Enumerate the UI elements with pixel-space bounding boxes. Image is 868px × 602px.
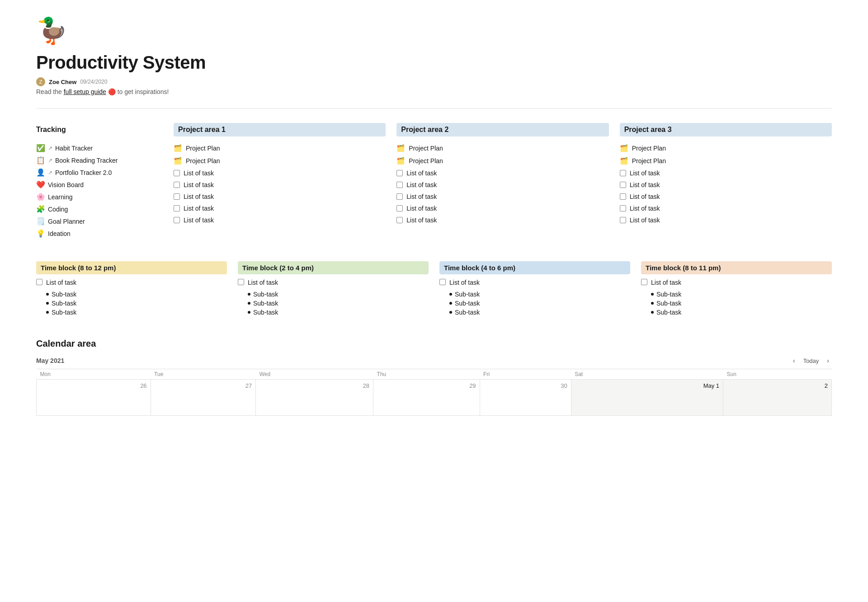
day-number: 30: [484, 382, 567, 389]
author-line: Z Zoe Chew 09/24/2020: [36, 77, 832, 86]
project-item[interactable]: List of task: [174, 167, 386, 179]
tracking-item[interactable]: 🌸 Learning: [36, 191, 163, 203]
calendar-day-cell[interactable]: 2: [723, 380, 832, 416]
task-checkbox[interactable]: [174, 193, 180, 200]
subtask-label: Sub-task: [656, 300, 681, 307]
project-item[interactable]: List of task: [396, 214, 609, 226]
project-item[interactable]: 🗂️ Project Plan: [174, 142, 386, 155]
subtask-item: Sub-task: [449, 299, 630, 308]
calendar-today-button[interactable]: Today: [800, 357, 823, 365]
task-checkbox[interactable]: [620, 205, 626, 212]
task-checkbox[interactable]: [620, 170, 626, 176]
timeblock-task-label: List of task: [46, 279, 76, 286]
project-plan-icon: 🗂️: [620, 144, 628, 152]
project-item[interactable]: List of task: [396, 191, 609, 202]
calendar-day-header: Sat: [571, 369, 723, 380]
task-checkbox[interactable]: [36, 279, 42, 285]
tracking-icon: 📋: [36, 156, 45, 165]
tracking-item[interactable]: 💡 Ideation: [36, 227, 163, 240]
task-checkbox[interactable]: [396, 170, 403, 176]
task-checkbox[interactable]: [620, 182, 626, 188]
task-label: List of task: [406, 205, 437, 212]
task-checkbox[interactable]: [396, 205, 403, 212]
project-item[interactable]: List of task: [396, 202, 609, 214]
task-checkbox[interactable]: [174, 182, 180, 188]
project-item[interactable]: List of task: [620, 167, 832, 179]
project-plan-label: Project Plan: [186, 157, 220, 165]
task-label: List of task: [406, 193, 437, 200]
calendar-next-button[interactable]: ›: [824, 356, 832, 365]
subtask-label: Sub-task: [52, 291, 76, 298]
tracking-label: Learning: [48, 193, 73, 201]
calendar-day-cell[interactable]: 29: [373, 380, 480, 416]
subtask-label: Sub-task: [455, 291, 480, 298]
project-item[interactable]: List of task: [620, 179, 832, 191]
task-checkbox[interactable]: [396, 217, 403, 223]
project-plan-icon: 🗂️: [174, 157, 182, 165]
subtask-item: Sub-task: [248, 290, 429, 299]
project-item[interactable]: List of task: [174, 214, 386, 226]
calendar-day-cell[interactable]: 27: [151, 380, 256, 416]
subtask-item: Sub-task: [248, 308, 429, 317]
tracking-heading: Tracking: [36, 123, 163, 136]
task-checkbox[interactable]: [620, 217, 626, 223]
timeblock-col-3: Time block (4 to 6 pm) List of task Sub-…: [439, 261, 630, 317]
calendar-day-cell[interactable]: 30: [480, 380, 571, 416]
tracking-item[interactable]: 📋 ↗ Book Reading Tracker: [36, 154, 163, 166]
bullet-icon: [248, 311, 250, 314]
project-item[interactable]: List of task: [396, 179, 609, 191]
task-checkbox[interactable]: [174, 205, 180, 212]
tracking-icon: 💡: [36, 229, 45, 238]
task-checkbox[interactable]: [396, 182, 403, 188]
timeblock-task-row[interactable]: List of task: [238, 279, 429, 286]
project-plan-icon: 🗂️: [396, 144, 405, 152]
project-list-1: 🗂️ Project Plan🗂️ Project Plan List of t…: [174, 142, 386, 226]
setup-guide-link[interactable]: full setup guide: [64, 88, 106, 95]
timeblock-task-row[interactable]: List of task: [36, 279, 227, 286]
timeblock-task-label: List of task: [651, 279, 681, 286]
project-item[interactable]: 🗂️ Project Plan: [620, 142, 832, 155]
avatar: Z: [36, 77, 45, 86]
tracking-item[interactable]: ✅ ↗ Habit Tracker: [36, 142, 163, 154]
project-item[interactable]: List of task: [396, 167, 609, 179]
project-plan-icon: 🗂️: [620, 157, 628, 165]
project-item[interactable]: List of task: [620, 202, 832, 214]
tracking-item[interactable]: ❤️ Vision Board: [36, 179, 163, 191]
project-item[interactable]: List of task: [174, 202, 386, 214]
project-item[interactable]: List of task: [620, 214, 832, 226]
task-checkbox[interactable]: [174, 217, 180, 223]
task-label: List of task: [630, 205, 660, 212]
tracking-item[interactable]: 🧩 Coding: [36, 203, 163, 215]
task-checkbox[interactable]: [396, 193, 403, 200]
project-col-2: Project area 2🗂️ Project Plan🗂️ Project …: [396, 123, 609, 240]
project-item[interactable]: List of task: [174, 191, 386, 202]
tracking-item[interactable]: 👤 ↗ Portfolio Tracker 2.0: [36, 166, 163, 179]
tracking-item[interactable]: 🗒️ Goal Planner: [36, 215, 163, 227]
tracking-label: Book Reading Tracker: [55, 157, 118, 164]
tracking-icon: 🧩: [36, 205, 45, 213]
task-checkbox[interactable]: [641, 279, 647, 285]
timeblock-task-row[interactable]: List of task: [641, 279, 832, 286]
calendar-day-cell[interactable]: May 1: [571, 380, 723, 416]
calendar-prev-button[interactable]: ‹: [790, 356, 798, 365]
project-item[interactable]: 🗂️ Project Plan: [620, 155, 832, 167]
timeblock-task-row[interactable]: List of task: [439, 279, 630, 286]
calendar-day-cell[interactable]: 26: [37, 380, 151, 416]
task-checkbox[interactable]: [439, 279, 446, 285]
task-checkbox[interactable]: [238, 279, 244, 285]
calendar-nav-buttons: ‹ Today ›: [790, 356, 832, 365]
day-number: 27: [155, 382, 252, 389]
project-item[interactable]: 🗂️ Project Plan: [174, 155, 386, 167]
project-item[interactable]: List of task: [620, 191, 832, 202]
project-item[interactable]: 🗂️ Project Plan: [396, 142, 609, 155]
calendar-day-cell[interactable]: 28: [256, 380, 373, 416]
project-list-3: 🗂️ Project Plan🗂️ Project Plan List of t…: [620, 142, 832, 226]
project-item[interactable]: 🗂️ Project Plan: [396, 155, 609, 167]
timeblock-col-4: Time block (8 to 11 pm) List of task Sub…: [641, 261, 832, 317]
timeblock-heading-2: Time block (2 to 4 pm): [238, 261, 429, 274]
task-checkbox[interactable]: [174, 170, 180, 176]
bullet-icon: [46, 293, 49, 296]
task-checkbox[interactable]: [620, 193, 626, 200]
tracking-icon: 👤: [36, 168, 45, 177]
project-item[interactable]: List of task: [174, 179, 386, 191]
